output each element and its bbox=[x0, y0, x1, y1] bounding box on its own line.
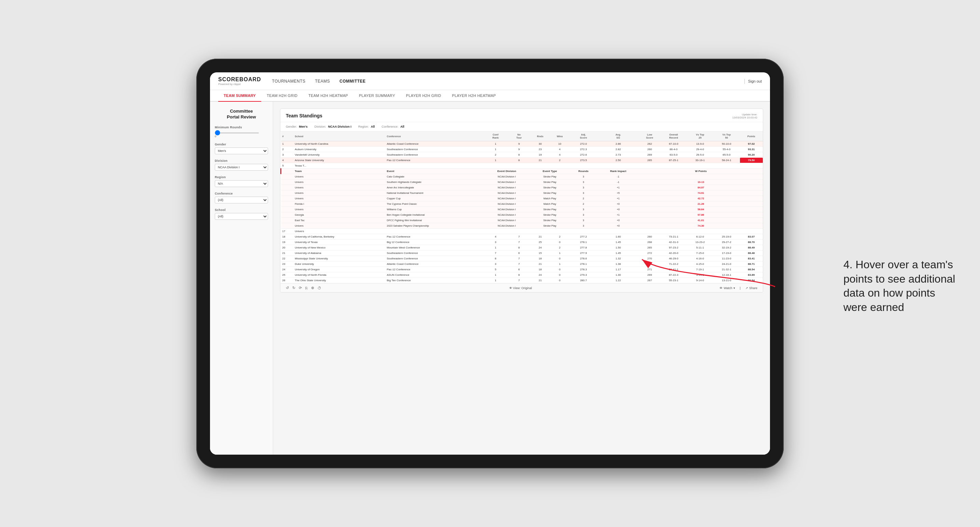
redo-icon[interactable]: ↻ bbox=[292, 286, 295, 290]
cell-vs50: 12-18-1 bbox=[713, 272, 740, 278]
cell-conf-rank: 3 bbox=[483, 240, 508, 245]
col-rnds: Rnds bbox=[530, 132, 550, 141]
cell-avg-sg: 1.38 bbox=[598, 262, 639, 267]
cell-rnds: 21 bbox=[530, 262, 550, 267]
tab-team-h2h-heatmap[interactable]: TEAM H2H HEATMAP bbox=[303, 90, 353, 102]
cell-adj-score: 277.9 bbox=[570, 251, 598, 256]
cell-rank: 19 bbox=[281, 240, 294, 245]
cell-points[interactable]: 88.48 bbox=[740, 251, 763, 256]
undo-icon[interactable]: ↺ bbox=[286, 286, 289, 290]
cell-avg-sg: 1.17 bbox=[598, 267, 639, 272]
cell-school: Univers bbox=[293, 229, 385, 234]
copy-icon[interactable]: ⎘ bbox=[305, 286, 308, 290]
view-original-button[interactable]: 👁 View: Original bbox=[509, 286, 532, 290]
table-row-tooltip-trigger: 4 Arizona State University Pac-12 Confer… bbox=[281, 158, 763, 163]
tooltip-event-row: Univers National Invitational Tournament… bbox=[281, 190, 763, 196]
table-row: 1 University of North Carolina Atlantic … bbox=[281, 141, 763, 147]
toolbar-left: ↺ ↻ ⟳ ⎘ ⊕ ⏱ bbox=[286, 286, 321, 290]
nav-committee[interactable]: COMMITTEE bbox=[339, 78, 366, 85]
nav-tournaments[interactable]: TOURNAMENTS bbox=[272, 78, 305, 85]
cell-low: 270 bbox=[639, 256, 660, 262]
table-row: 23 Duke University Atlantic Coast Confer… bbox=[281, 262, 763, 267]
cell-points[interactable]: 83.89 bbox=[740, 272, 763, 278]
view-label: View: Original bbox=[513, 286, 532, 290]
tab-team-h2h-grid[interactable]: TEAM H2H GRID bbox=[261, 90, 303, 102]
tooltip-event-type-header: Event Type bbox=[530, 168, 570, 174]
cell-points[interactable]: 88.49 bbox=[740, 245, 763, 251]
tab-player-h2h-grid[interactable]: PLAYER H2H GRID bbox=[401, 90, 447, 102]
cell-points[interactable]: 90.20 bbox=[740, 152, 763, 158]
watch-button[interactable]: 👁 Watch ▾ bbox=[719, 286, 735, 290]
cell-vs50: 50-10-0 bbox=[713, 141, 740, 147]
conference-select[interactable]: (All) bbox=[215, 197, 268, 203]
tab-player-summary[interactable]: PLAYER SUMMARY bbox=[353, 90, 401, 102]
standings-table: # School Conference ConfRank NoTour Rnds… bbox=[280, 132, 763, 283]
cell-adj-score: 272.6 bbox=[570, 152, 598, 158]
cell-points[interactable]: 88.70 bbox=[740, 240, 763, 245]
tab-player-h2h-heatmap[interactable]: PLAYER H2H HEATMAP bbox=[447, 90, 501, 102]
filter-division-value: NCAA Division I bbox=[328, 125, 352, 129]
cell-conf-rank: 1 bbox=[483, 147, 508, 152]
cell-points[interactable]: 93.31 bbox=[740, 147, 763, 152]
table-row: 5 Texas T... bbox=[281, 163, 763, 168]
tooltip-event-row: Univers Williams Cup NCAA Division I Str… bbox=[281, 207, 763, 212]
cell-conference bbox=[385, 163, 483, 168]
tooltip-team-cell: Univers bbox=[293, 190, 385, 196]
cell-tours: 7 bbox=[508, 256, 530, 262]
share-button[interactable]: ↗ Share bbox=[745, 286, 757, 290]
top-nav: SCOREBOARD Powered by clippd TOURNAMENTS… bbox=[210, 72, 770, 90]
sidebar: CommitteePortal Review Minimum Rounds 0 … bbox=[210, 102, 273, 455]
add-icon[interactable]: ⊕ bbox=[311, 286, 314, 290]
cell-wins: 0 bbox=[550, 278, 569, 283]
cell-overall: 71-22-2 bbox=[660, 262, 687, 267]
cell-points[interactable]: 97.02 bbox=[740, 141, 763, 147]
cell-vs50: 13-21-0 bbox=[713, 278, 740, 283]
tooltip-event-rank: +0 bbox=[598, 218, 639, 223]
school-select[interactable]: (All) bbox=[215, 213, 268, 220]
cell-avg-sg: 1.22 bbox=[598, 278, 639, 283]
cell-rnds: 19 bbox=[530, 152, 550, 158]
cell-conference: Southeastern Conference bbox=[385, 147, 483, 152]
tooltip-event-rounds: 3 bbox=[570, 212, 598, 218]
tooltip-event-type: Stroke Play bbox=[530, 223, 570, 229]
sign-out-button[interactable]: Sign out bbox=[748, 79, 762, 83]
cell-rnds: 21 bbox=[530, 278, 550, 283]
tooltip-event-rank: +0 bbox=[598, 202, 639, 207]
cell-points[interactable]: 80.94 bbox=[740, 278, 763, 283]
cell-points[interactable]: 83.41 bbox=[740, 256, 763, 262]
cell-vs25: 4-16-0 bbox=[687, 256, 713, 262]
sidebar-field-division: Division NCAA Division I NCAA Division I… bbox=[215, 159, 268, 171]
cell-points[interactable]: 88.54 bbox=[740, 267, 763, 272]
table-row: 26 The Ohio State University Big Ten Con… bbox=[281, 278, 763, 283]
cell-adj-score: 272.0 bbox=[570, 141, 598, 147]
tab-team-summary[interactable]: TEAM SUMMARY bbox=[218, 90, 261, 102]
table-row: 21 University of Alabama Southeastern Co… bbox=[281, 251, 763, 256]
min-rounds-slider[interactable] bbox=[215, 132, 259, 133]
cell-points-highlighted[interactable]: 79.50 bbox=[740, 158, 763, 163]
division-select[interactable]: NCAA Division I NCAA Division II NCAA Di… bbox=[215, 164, 268, 171]
cell-rank: 25 bbox=[281, 272, 294, 278]
annotation-text: 4. Hover over a team's points to see add… bbox=[843, 258, 959, 314]
tooltip-event-rank: -1 bbox=[598, 179, 639, 185]
cell-rank: 2 bbox=[281, 147, 294, 152]
tooltip-event-div: NCAA Division I bbox=[483, 196, 530, 202]
cell-points[interactable]: 88.71 bbox=[740, 262, 763, 267]
cell-points[interactable]: 83.07 bbox=[740, 234, 763, 240]
cell-low: 269 bbox=[639, 152, 660, 158]
cell-tours: 7 bbox=[508, 278, 530, 283]
filter-conference: Conference: All bbox=[382, 125, 404, 129]
gender-select[interactable]: Men's Women's bbox=[215, 148, 268, 154]
region-select[interactable]: N/A East West bbox=[215, 180, 268, 187]
tooltip-event-name: Copper Cup bbox=[385, 196, 483, 202]
tooltip-event-type: Stroke Play bbox=[530, 185, 570, 190]
tablet-shell: SCOREBOARD Powered by clippd TOURNAMENTS… bbox=[196, 59, 784, 468]
clock-icon[interactable]: ⏱ bbox=[318, 286, 321, 290]
toolbar-right: 👁 Watch ▾ | ↗ Share bbox=[719, 286, 757, 290]
cell-wins: 0 bbox=[550, 267, 569, 272]
table-row: 25 University of North Florida ASUN Conf… bbox=[281, 272, 763, 278]
cell-overall: 87-22-3 bbox=[660, 272, 687, 278]
cell-vs50: 65-5-0 bbox=[713, 152, 740, 158]
reset-icon[interactable]: ⟳ bbox=[299, 286, 302, 290]
cell-school: Duke University bbox=[293, 262, 385, 267]
nav-teams[interactable]: TEAMS bbox=[315, 78, 330, 85]
